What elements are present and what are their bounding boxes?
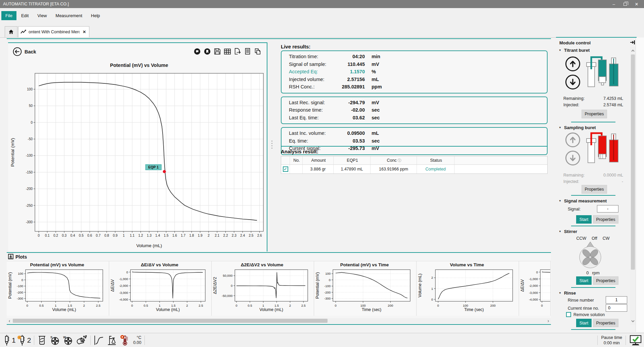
tab-document[interactable]: ontent With Combined Merc ✕ [18, 26, 89, 37]
menu-help[interactable]: Help [87, 11, 104, 20]
svg-text:Volume (mL): Volume (mL) [418, 274, 422, 298]
section-signal-measurement[interactable]: ▼ Signal measurement [559, 198, 607, 203]
mini-plot-card[interactable]: Potential (mV) vs Time01002001000-100-20… [314, 261, 417, 316]
back-button[interactable]: Back [13, 47, 36, 56]
result-value: -294.79 [338, 100, 365, 105]
export-pdf-icon[interactable] [234, 48, 241, 55]
table-icon[interactable] [224, 48, 231, 55]
titrant-down-button[interactable] [565, 75, 580, 89]
menu-edit[interactable]: Edit [17, 11, 33, 20]
separator [90, 336, 91, 345]
svg-text:2.5: 2.5 [199, 304, 203, 307]
sampling-up-button[interactable] [565, 132, 580, 147]
stirrer-s-icon[interactable]: S [50, 335, 60, 345]
signal-input[interactable] [597, 205, 618, 213]
tab-bar: ontent With Combined Merc ✕ [0, 23, 644, 38]
stirrer-cw-label[interactable]: CW [603, 236, 610, 241]
svg-text:1.7: 1.7 [181, 234, 185, 237]
result-unit: min [365, 54, 380, 59]
status-bar: 1 ! 2 S W [0, 333, 644, 347]
svg-text:Volume (mL): Volume (mL) [52, 307, 76, 312]
titration-stand-icon[interactable] [107, 335, 117, 345]
svg-text:0: 0 [431, 298, 433, 301]
report-icon[interactable] [244, 48, 251, 55]
svg-text:2.3: 2.3 [232, 234, 237, 237]
row-checkbox[interactable]: ✓ [283, 166, 288, 172]
scroll-up-icon[interactable] [631, 48, 635, 53]
section-titrant-buret[interactable]: ▼ Titrant buret [559, 48, 590, 53]
rinse-properties-button[interactable]: Properties [593, 319, 618, 327]
scrollbar-track[interactable] [12, 318, 546, 323]
menu-view[interactable]: View [33, 11, 51, 20]
titrant-properties-button[interactable]: Properties [582, 110, 607, 118]
wash-hand-icon[interactable] [76, 335, 87, 345]
analysis-row[interactable]: ✓3.886 gr1.47890 mL163.91966 ppmComplete… [281, 165, 547, 174]
titration-curve-icon[interactable] [94, 335, 104, 345]
scroll-down-icon[interactable] [631, 319, 635, 323]
scroll-left-icon[interactable]: ‹ [7, 318, 12, 323]
panel-splitter-handle[interactable] [271, 141, 273, 149]
section-sampling-buret[interactable]: ▼ Sampling buret [559, 125, 596, 130]
temperature-icon[interactable] [120, 335, 130, 346]
comment-icon[interactable] [194, 48, 201, 55]
menu-file[interactable]: File [1, 11, 16, 20]
titrant-up-button[interactable] [565, 56, 580, 71]
buret-2-icon[interactable]: ! [19, 335, 26, 346]
bookmark-icon[interactable] [204, 48, 211, 55]
signal-properties-button[interactable]: Properties [593, 215, 618, 224]
sampling-properties-button[interactable]: Properties [582, 185, 607, 194]
menu-measurement[interactable]: Measurement [51, 11, 86, 20]
tab-home[interactable] [5, 26, 17, 37]
svg-text:0: 0 [541, 304, 543, 307]
mini-plot-card[interactable]: Volume vs Time0100200210Time (sec)Volume… [417, 261, 519, 316]
section-rinse[interactable]: ▼ Rinse [559, 291, 576, 296]
result-value: 04:20 [338, 54, 365, 59]
remove-solution-checkbox[interactable] [566, 312, 571, 317]
sidebar-scrollbar[interactable] [630, 47, 636, 325]
sidebar-scrollbar-thumb[interactable] [631, 54, 635, 270]
plots-row: Potential (mV) vs Volume00.511.522.51000… [7, 261, 551, 315]
result-unit: sec [365, 107, 380, 113]
rinse-start-button[interactable]: Start [576, 319, 592, 327]
device-connected-icon[interactable] [629, 335, 642, 346]
mini-plot-chart: 00.511.522.50-1,000-2,000-3,000-4,000Vol… [109, 268, 209, 313]
svg-text:-200: -200 [17, 291, 23, 294]
mini-plot-card[interactable]: ΔE/ΔV vs Volume00.511.522.50-1,000-2,000… [519, 261, 551, 316]
rinse-beaker-icon[interactable] [37, 335, 47, 345]
tab-close-icon[interactable]: ✕ [82, 30, 87, 34]
collapse-plots-icon[interactable] [8, 254, 13, 260]
scrollbar-thumb[interactable] [13, 319, 328, 323]
chevron-down-icon: ▼ [559, 230, 561, 233]
minimize-button[interactable]: – [610, 2, 617, 7]
live-results-box: Titration time:04:20minSignal of sample:… [281, 50, 548, 93]
mini-plot-card[interactable]: Potential (mV) vs Volume00.511.522.51000… [7, 261, 109, 316]
section-separator [571, 226, 615, 226]
stirrer-start-button[interactable]: Start [576, 276, 592, 285]
stirrer-ccw-label[interactable]: CCW [576, 236, 586, 241]
mini-plot-card[interactable]: Δ2E/ΔV2 vs Volume00.511.522.550,0000-50,… [212, 261, 314, 316]
scroll-right-icon[interactable]: › [546, 318, 551, 323]
current-rinse-input[interactable] [606, 304, 627, 312]
stirrer-w-icon[interactable]: W [63, 335, 73, 345]
result-label: Signal of sample: [282, 62, 338, 67]
collapse-panel-icon[interactable] [630, 40, 636, 45]
stirrer-properties-button[interactable]: Properties [593, 276, 618, 285]
mini-plot-card[interactable]: ΔE/ΔV vs Volume00.511.522.50-1,000-2,000… [109, 261, 212, 316]
module-control-title: Module control [559, 40, 591, 45]
close-button[interactable]: ✕ [633, 2, 640, 7]
horizontal-scrollbar[interactable]: ‹ › [7, 318, 551, 323]
save-icon[interactable] [214, 48, 221, 55]
signal-start-button[interactable]: Start [576, 215, 592, 224]
restore-button[interactable] [622, 2, 629, 7]
stirrer-knob[interactable] [578, 241, 602, 269]
section-stirrer[interactable]: ▼ Stirrer [559, 229, 577, 234]
rinse-number-input[interactable] [606, 296, 627, 304]
copy-page-icon[interactable] [254, 48, 261, 55]
sampling-buret-diagram [585, 131, 619, 167]
stirrer-off-label[interactable]: Off [592, 236, 597, 241]
live-results-row: Last Eq. time:03.62sec [282, 114, 547, 122]
buret-1-icon[interactable] [3, 335, 10, 346]
svg-text:0.6: 0.6 [87, 234, 92, 237]
sampling-down-button[interactable] [565, 151, 580, 165]
svg-text:1.3: 1.3 [147, 234, 152, 237]
